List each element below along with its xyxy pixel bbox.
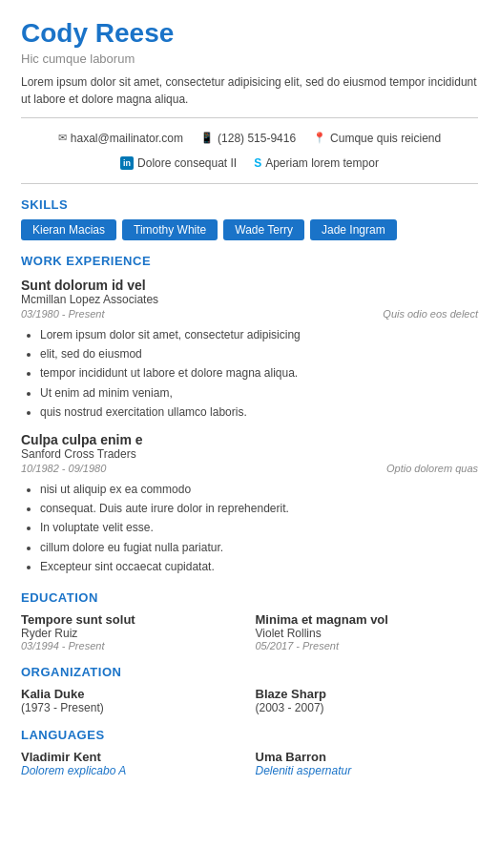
bullet-item: nisi ut aliquip ex ea commodo [40, 480, 478, 499]
bullet-item: Ut enim ad minim veniam, [40, 383, 478, 403]
lang-name-1: Uma Barron [256, 750, 479, 764]
work-section-title: WORK EXPERIENCE [21, 254, 478, 268]
org-name-1: Blaze Sharp [256, 687, 479, 701]
org-item-0: Kalia Duke (1973 - Present) [21, 687, 244, 714]
bullet-item: elit, sed do eiusmod [40, 344, 478, 363]
org-name-0: Kalia Duke [21, 687, 244, 701]
job-meta-1: 10/1982 - 09/1980 Optio dolorem quas [21, 463, 478, 474]
location-icon: 📍 [313, 132, 326, 144]
skill-badge-1: Timothy White [122, 219, 218, 240]
skill-badge-3: Jade Ingram [310, 219, 397, 240]
divider-2 [21, 183, 478, 184]
contact-location: 📍 Cumque quis reiciend [313, 132, 441, 145]
lang-section-title: LANGUAGES [21, 728, 478, 742]
skills-section-title: SKILLS [21, 197, 478, 212]
job-item-0: Sunt dolorum id vel Mcmillan Lopez Assoc… [21, 278, 478, 423]
job-dates-1: 10/1982 - 09/1980 [21, 463, 106, 474]
job-bullets-0: Lorem ipsum dolor sit amet, consectetur … [21, 325, 478, 423]
contact-row: ✉ haxal@mailinator.com 📱 (128) 515-9416 … [21, 126, 478, 151]
person-name: Cody Reese [21, 17, 478, 50]
org-item-1: Blaze Sharp (2003 - 2007) [256, 687, 479, 714]
edu-title-1: Minima et magnam vol [256, 612, 479, 627]
divider-1 [21, 117, 478, 118]
edu-person-1: Violet Rollins [256, 627, 479, 640]
job-title-1: Culpa culpa enim e [21, 432, 478, 447]
skills-list: Kieran Macias Timothy White Wade Terry J… [21, 219, 478, 240]
intro-text: Lorem ipsum dolor sit amet, consectetur … [21, 73, 478, 108]
edu-date-0: 03/1994 - Present [21, 640, 244, 651]
lang-item-1: Uma Barron Deleniti aspernatur [256, 750, 479, 777]
job-note-0: Quis odio eos delect [383, 308, 478, 320]
edu-item-0: Tempore sunt solut Ryder Ruiz 03/1994 - … [21, 612, 244, 651]
org-date-0: (1973 - Present) [21, 701, 244, 714]
edu-person-0: Ryder Ruiz [21, 627, 244, 640]
person-subtitle: Hic cumque laborum [21, 52, 478, 66]
linkedin-icon: in [120, 156, 134, 170]
lang-level-0: Dolorem explicabo A [21, 764, 244, 777]
skype-icon: S [254, 156, 261, 170]
contact-phone: 📱 (128) 515-9416 [200, 132, 296, 145]
org-grid: Kalia Duke (1973 - Present) Blaze Sharp … [21, 687, 478, 714]
lang-level-1: Deleniti aspernatur [256, 764, 479, 777]
phone-value: (128) 515-9416 [218, 132, 296, 145]
bullet-item: quis nostrud exercitation ullamco labori… [40, 403, 478, 422]
job-note-1: Optio dolorem quas [386, 463, 478, 474]
bullet-item: consequat. Duis aute irure dolor in repr… [40, 499, 478, 518]
job-item-1: Culpa culpa enim e Sanford Cross Traders… [21, 432, 478, 577]
job-dates-0: 03/1980 - Present [21, 308, 104, 320]
skill-badge-2: Wade Terry [223, 219, 304, 240]
edu-item-1: Minima et magnam vol Violet Rollins 05/2… [256, 612, 479, 651]
phone-icon: 📱 [200, 132, 214, 144]
job-bullets-1: nisi ut aliquip ex ea commodoconsequat. … [21, 480, 478, 577]
contact-linkedin: in Dolore consequat II [120, 156, 237, 170]
bullet-item: tempor incididunt ut labore et dolore ma… [40, 363, 478, 382]
edu-date-1: 05/2017 - Present [256, 640, 479, 651]
lang-grid: Vladimir Kent Dolorem explicabo A Uma Ba… [21, 750, 478, 777]
org-section-title: ORGANIZATION [21, 665, 478, 679]
job-meta-0: 03/1980 - Present Quis odio eos delect [21, 308, 478, 320]
job-title-0: Sunt dolorum id vel [21, 278, 478, 293]
skype-value: Aperiam lorem tempor [265, 156, 379, 170]
org-date-1: (2003 - 2007) [256, 701, 479, 714]
skill-badge-0: Kieran Macias [21, 219, 116, 240]
email-value: haxal@mailinator.com [71, 132, 183, 145]
job-company-0: Mcmillan Lopez Associates [21, 293, 478, 306]
bullet-item: cillum dolore eu fugiat nulla pariatur. [40, 538, 478, 557]
education-section-title: EDUCATION [21, 590, 478, 605]
header-section: Cody Reese Hic cumque laborum Lorem ipsu… [21, 17, 478, 108]
job-company-1: Sanford Cross Traders [21, 447, 478, 461]
contact-row-2: in Dolore consequat II S Aperiam lorem t… [21, 151, 478, 176]
contact-email: ✉ haxal@mailinator.com [58, 132, 183, 145]
bullet-item: In voluptate velit esse. [40, 518, 478, 537]
lang-item-0: Vladimir Kent Dolorem explicabo A [21, 750, 244, 777]
lang-name-0: Vladimir Kent [21, 750, 244, 764]
email-icon: ✉ [58, 132, 67, 144]
edu-title-0: Tempore sunt solut [21, 612, 244, 627]
bullet-item: Excepteur sint occaecat cupidatat. [40, 557, 478, 576]
education-grid: Tempore sunt solut Ryder Ruiz 03/1994 - … [21, 612, 478, 651]
location-value: Cumque quis reiciend [330, 132, 441, 145]
linkedin-value: Dolore consequat II [137, 156, 237, 170]
contact-skype: S Aperiam lorem tempor [254, 156, 379, 170]
bullet-item: Lorem ipsum dolor sit amet, consectetur … [40, 325, 478, 344]
